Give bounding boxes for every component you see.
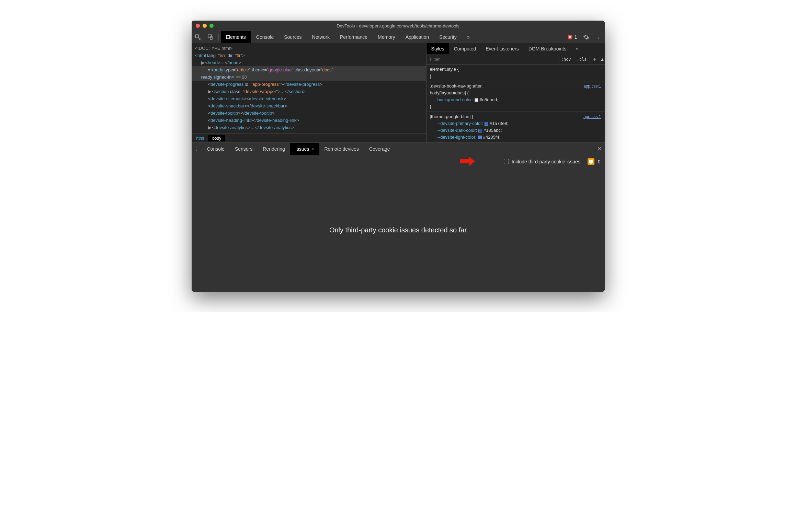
subtab-styles[interactable]: Styles xyxy=(427,43,449,54)
dom-line: ▶<head>…</head> xyxy=(192,59,426,66)
third-party-checkbox[interactable]: Include third-party cookie issues xyxy=(504,159,580,164)
drawer-tab-rendering[interactable]: Rendering xyxy=(258,143,290,155)
gear-icon[interactable] xyxy=(580,31,592,43)
dom-tree[interactable]: <!DOCTYPE html> <html lang="en" dir="ltr… xyxy=(192,43,426,134)
device-toggle-icon[interactable] xyxy=(204,31,216,43)
issues-toolbar: Include third-party cookie issues 0 xyxy=(192,155,605,168)
styles-scrollbar[interactable]: ▴ xyxy=(600,54,605,65)
dom-line: ▶<section class="devsite-wrapper">…</sec… xyxy=(192,88,426,95)
window-title: DevTools - developers.google.com/web/too… xyxy=(192,23,605,28)
subtab-dombp[interactable]: DOM Breakpoints xyxy=(524,43,571,54)
style-rule: app.css:1 .devsite-book-nav-bg:after,bod… xyxy=(427,81,605,112)
subtab-listeners[interactable]: Event Listeners xyxy=(481,43,524,54)
dom-line: ▶<devsite-analytics>…</devsite-analytics… xyxy=(192,124,426,131)
drawer-menu-icon[interactable]: ⋮ xyxy=(192,146,202,152)
tab-performance[interactable]: Performance xyxy=(335,31,373,43)
dom-line: <html lang="en" dir="ltr"> xyxy=(192,52,426,59)
traffic-lights xyxy=(196,24,214,28)
drawer-tab-console[interactable]: Console xyxy=(202,143,230,155)
minimize-window[interactable] xyxy=(203,24,207,28)
tab-elements[interactable]: Elements xyxy=(221,31,251,43)
dom-line-selected: ready signed-in> == $0 xyxy=(192,73,426,81)
error-badge[interactable]: ✕ 1 xyxy=(568,34,577,40)
issues-body: Only third-party cookie issues detected … xyxy=(192,168,605,292)
tab-console[interactable]: Console xyxy=(251,31,279,43)
drawer: ⋮ Console Sensors Rendering Issues× Remo… xyxy=(192,143,605,292)
checkbox-icon[interactable] xyxy=(504,159,509,164)
elements-panel: <!DOCTYPE html> <html lang="en" dir="ltr… xyxy=(192,43,426,142)
style-rule: app.css:1 [theme=google-blue] { --devsit… xyxy=(427,112,605,142)
tab-memory[interactable]: Memory xyxy=(373,31,400,43)
issues-empty-message: Only third-party cookie issues detected … xyxy=(329,226,467,234)
main-tabbar: Elements Console Sources Network Perform… xyxy=(192,31,605,43)
drawer-tab-issues[interactable]: Issues× xyxy=(290,143,319,155)
cls-toggle[interactable]: .cls xyxy=(574,54,590,65)
drawer-tab-coverage[interactable]: Coverage xyxy=(364,143,395,155)
inspect-element-icon[interactable] xyxy=(192,31,204,43)
styles-tabbar: Styles Computed Event Listeners DOM Brea… xyxy=(427,43,605,54)
tab-security[interactable]: Security xyxy=(434,31,462,43)
new-rule-icon[interactable]: + xyxy=(590,54,600,65)
rule-source-link[interactable]: app.css:1 xyxy=(583,113,601,120)
drawer-tabbar: ⋮ Console Sensors Rendering Issues× Remo… xyxy=(192,143,605,155)
issues-warning-icon[interactable] xyxy=(588,158,594,165)
dom-line-selected: ⋯ ▼<body type="article" theme="google-bl… xyxy=(192,66,426,73)
drawer-tab-sensors[interactable]: Sensors xyxy=(230,143,258,155)
hov-toggle[interactable]: :hov xyxy=(558,54,574,65)
dom-line: <devsite-tooltip></devsite-tooltip> xyxy=(192,109,426,117)
issues-count: 0 xyxy=(598,159,601,164)
error-icon: ✕ xyxy=(568,35,572,39)
tab-sources[interactable]: Sources xyxy=(279,31,307,43)
annotation-arrow xyxy=(460,156,475,168)
subtab-computed[interactable]: Computed xyxy=(449,43,481,54)
styles-rules[interactable]: element.style { } app.css:1 .devsite-boo… xyxy=(427,65,605,142)
close-tab-icon[interactable]: × xyxy=(311,146,314,152)
kebab-menu-icon[interactable]: ⋮ xyxy=(592,31,605,43)
crumb-body[interactable]: body xyxy=(208,135,225,141)
tab-overflow[interactable]: » xyxy=(462,31,475,43)
devtools-window: DevTools - developers.google.com/web/too… xyxy=(192,21,605,292)
drawer-close-icon[interactable]: × xyxy=(594,145,605,152)
styles-panel: Styles Computed Event Listeners DOM Brea… xyxy=(426,43,605,142)
dom-line: <devsite-snackbar></devsite-snackbar> xyxy=(192,102,426,109)
dom-line: <devsite-progress id="app-progress"></de… xyxy=(192,81,426,88)
separator xyxy=(218,34,219,41)
breadcrumb: html body xyxy=(192,134,426,142)
style-rule: element.style { } xyxy=(427,65,605,81)
drawer-tab-remote[interactable]: Remote devices xyxy=(319,143,364,155)
close-window[interactable] xyxy=(196,24,200,28)
rule-source-link[interactable]: app.css:1 xyxy=(583,83,601,90)
error-count: 1 xyxy=(575,34,577,40)
styles-filter-row: :hov .cls + ▴ xyxy=(427,54,605,65)
subtab-overflow[interactable]: » xyxy=(571,43,583,54)
dom-line: <!DOCTYPE html> xyxy=(192,45,426,52)
tab-application[interactable]: Application xyxy=(400,31,434,43)
crumb-html[interactable]: html xyxy=(192,135,208,141)
maximize-window[interactable] xyxy=(209,24,214,28)
checkbox-label: Include third-party cookie issues xyxy=(512,159,580,164)
tab-network[interactable]: Network xyxy=(307,31,335,43)
dom-line: <devsite-heading-link></devsite-heading-… xyxy=(192,117,426,124)
titlebar: DevTools - developers.google.com/web/too… xyxy=(192,21,605,31)
styles-filter-input[interactable] xyxy=(427,57,558,62)
dom-line: <devsite-sitemask></devsite-sitemask> xyxy=(192,95,426,102)
